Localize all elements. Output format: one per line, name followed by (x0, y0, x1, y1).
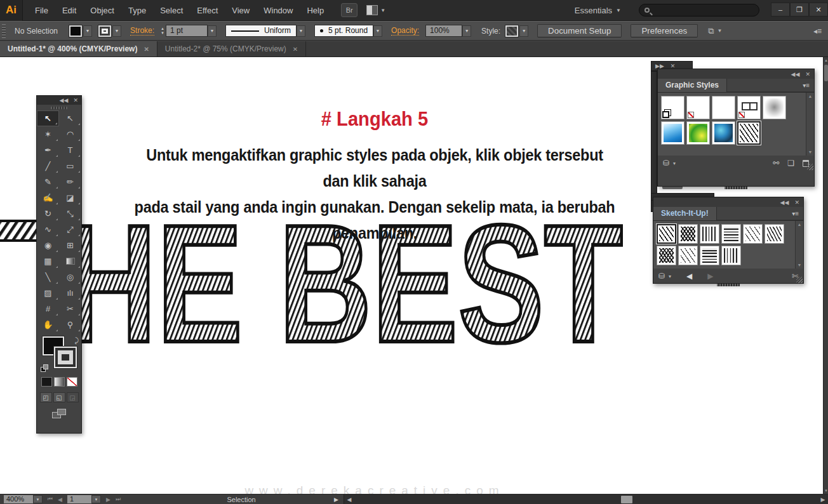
menu-file[interactable]: File (28, 0, 55, 21)
panel-resize-grip[interactable] (796, 277, 803, 283)
stroke-none-style[interactable] (686, 96, 710, 119)
collapse-panel-icon[interactable]: ◀◀ (780, 199, 789, 206)
stroke-weight-stepper[interactable]: ▲▼ (161, 27, 164, 36)
scroll-up-icon[interactable]: ▲ (824, 58, 828, 62)
stroke-weight-value[interactable]: 1 pt (166, 25, 208, 37)
restore-button[interactable]: ❐ (790, 3, 809, 17)
column-graph-tool[interactable]: ılı (59, 285, 81, 301)
close-icon[interactable]: ✕ (794, 199, 799, 206)
stroke-color-dropdown[interactable]: ▼ (112, 25, 121, 37)
workspace-switcher[interactable]: Essentials ▼ (575, 6, 621, 15)
perspective-grid-tool[interactable]: ⊞ (59, 237, 81, 253)
sketch-style-5[interactable] (743, 224, 763, 244)
panel-drag-handle[interactable] (717, 284, 740, 286)
tools-panel-grip[interactable] (37, 105, 81, 110)
scroll-down-icon[interactable]: ▼ (824, 489, 828, 493)
vertical-scrollbar-thumb[interactable] (824, 65, 828, 81)
tab-untitled-2[interactable]: Untitled-2* @ 75% (CMYK/Preview) ✕ (157, 41, 306, 56)
panel-scrollbar[interactable]: ▲▼ (806, 93, 814, 156)
bridge-button[interactable]: Br (341, 3, 357, 17)
sketch-style-7[interactable] (657, 246, 676, 265)
stroke-link[interactable]: Stroke: (130, 26, 154, 36)
swap-fill-stroke-icon[interactable]: ⤸ (74, 336, 79, 345)
paintbrush-tool[interactable]: ✎ (37, 174, 59, 190)
hand-tool[interactable]: ✋ (37, 317, 59, 333)
collapse-panel-icon[interactable]: ◀◀ (60, 97, 69, 103)
opacity-link[interactable]: Opacity: (391, 26, 419, 36)
minimize-button[interactable]: – (771, 3, 790, 17)
plain-white-style[interactable] (712, 96, 735, 119)
arrange-documents-button[interactable]: ▼ (366, 5, 385, 15)
panel-resize-grip[interactable] (807, 164, 813, 170)
rotate-tool[interactable]: ↻ (37, 206, 59, 222)
mesh-tool[interactable]: ▦ (37, 253, 59, 269)
preferences-button[interactable]: Preferences (631, 24, 698, 37)
artboard-number-field[interactable]: 1 (67, 495, 91, 503)
none-mode-button[interactable] (67, 377, 77, 387)
selection-tool[interactable]: ↖ (37, 110, 59, 126)
last-artboard-icon[interactable]: ⏭ (116, 496, 121, 503)
drag-grip-icon[interactable] (2, 24, 6, 38)
sketch-style-1[interactable] (657, 224, 676, 244)
zoom-dropdown[interactable]: ▼ (33, 495, 43, 503)
panel-menu-icon[interactable]: ▾≡ (803, 82, 810, 89)
lasso-tool[interactable]: ◠ (59, 126, 81, 142)
zoom-level-field[interactable]: 400% (4, 495, 33, 503)
control-panel-menu-icon[interactable]: ◂≡ (813, 27, 822, 36)
styles-library-icon[interactable]: ⛁ (663, 159, 669, 168)
draw-normal-button[interactable]: ◰ (40, 392, 52, 402)
close-icon[interactable]: ✕ (144, 46, 149, 53)
close-icon[interactable]: ✕ (73, 97, 78, 103)
soft-shadow-style[interactable] (763, 96, 786, 119)
document-setup-button[interactable]: Document Setup (537, 24, 622, 37)
gradient-tool[interactable] (59, 253, 81, 269)
sketch-style-4[interactable] (721, 224, 741, 244)
blend-tool[interactable]: ◎ (59, 269, 81, 285)
menu-effect[interactable]: Effect (190, 0, 225, 21)
blue-glow-style[interactable] (661, 121, 684, 145)
panel-menu-icon[interactable]: ▾≡ (792, 210, 799, 217)
menu-edit[interactable]: Edit (55, 0, 83, 21)
rectangle-tool[interactable]: ▭ (59, 158, 81, 174)
default-style[interactable] (661, 96, 684, 119)
draw-inside-button[interactable]: ◲ (67, 392, 79, 402)
brush-dropdown[interactable]: ▼ (373, 25, 382, 37)
next-icon[interactable]: ▶ (707, 272, 713, 281)
color-mode-button[interactable] (41, 377, 52, 387)
next-artboard-icon[interactable]: ▶ (106, 496, 110, 503)
tab-untitled-1[interactable]: Untitled-1* @ 400% (CMYK/Preview) ✕ (0, 41, 157, 56)
panel-drag-handle[interactable] (724, 187, 747, 189)
screen-mode-button[interactable] (52, 409, 66, 418)
eraser-tool[interactable]: ◪ (59, 190, 81, 206)
style-dropdown[interactable]: ▼ (519, 25, 528, 37)
close-icon[interactable]: ✕ (293, 46, 298, 53)
sketch-style-3[interactable] (700, 224, 719, 244)
double-none-style[interactable] (737, 96, 761, 119)
break-link-icon[interactable]: ⚯ (773, 159, 779, 168)
menu-view[interactable]: View (225, 0, 257, 21)
scale-tool[interactable]: ⤡ (59, 206, 81, 222)
sketch-style-8[interactable] (678, 246, 698, 265)
brush-select[interactable]: 5 pt. Round (314, 25, 373, 37)
sketch-style-2[interactable] (678, 224, 698, 244)
sketch-it-up-tab[interactable]: Sketch-It-Up! (653, 207, 717, 220)
draw-behind-button[interactable]: ◱ (53, 392, 65, 402)
opacity-dropdown[interactable]: ▼ (462, 25, 471, 37)
close-button[interactable]: ✕ (809, 3, 828, 17)
menu-type[interactable]: Type (121, 0, 153, 21)
shape-builder-tool[interactable]: ◉ (37, 237, 59, 253)
menu-window[interactable]: Window (257, 0, 300, 21)
sketch-style-6[interactable] (765, 224, 784, 244)
opacity-value[interactable]: 100% (425, 25, 462, 37)
magic-wand-tool[interactable]: ✶ (37, 126, 59, 142)
fill-color-swatch[interactable] (69, 25, 82, 37)
type-tool[interactable]: T (59, 142, 81, 158)
styles-library-icon[interactable]: ⛁ (658, 272, 665, 281)
stroke-color-box[interactable] (54, 347, 77, 368)
menu-object[interactable]: Object (83, 0, 121, 21)
share-on-behance-icon[interactable]: ⧉ ▼ (708, 26, 722, 36)
artboard-dropdown[interactable]: ▼ (91, 495, 101, 503)
fill-color-dropdown[interactable]: ▼ (83, 25, 92, 37)
width-tool[interactable]: ∿ (37, 222, 59, 237)
previous-icon[interactable]: ◀ (686, 272, 692, 281)
